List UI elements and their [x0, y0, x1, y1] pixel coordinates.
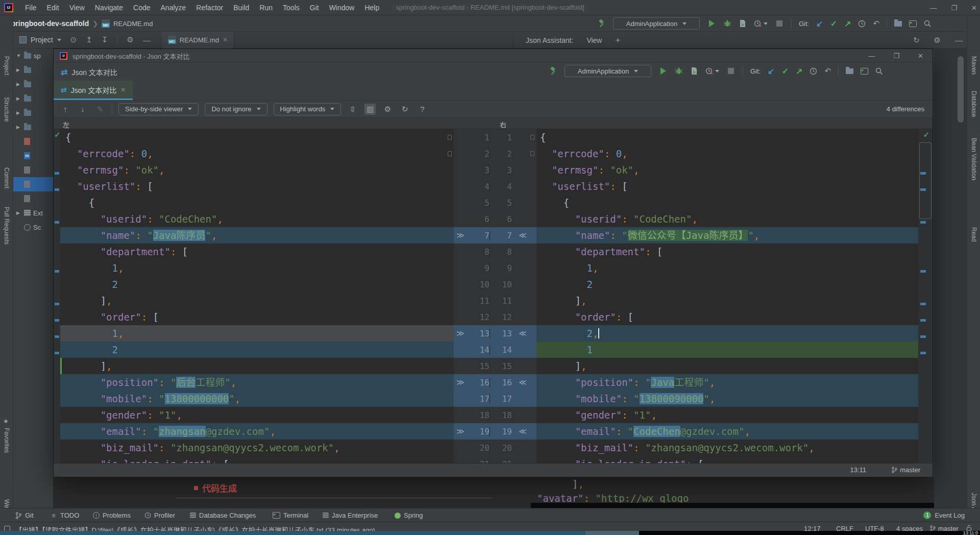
tree-row[interactable]	[13, 163, 53, 177]
run-button[interactable]	[707, 19, 716, 28]
history-button[interactable]	[810, 67, 817, 75]
taskbar-app-block[interactable]	[585, 531, 639, 535]
tree-row[interactable]: ▶	[13, 63, 53, 77]
toolwindow-button-java-enterprise[interactable]: Java Enterprise	[323, 508, 378, 522]
event-log-button[interactable]: 1 Event Log	[923, 508, 965, 522]
diff-map-mark[interactable]	[920, 319, 926, 322]
diff-map-mark[interactable]	[920, 221, 926, 224]
apply-left-icon[interactable]: ≪	[514, 231, 531, 240]
project-structure-icon[interactable]	[846, 68, 853, 74]
toolwindow-button-terminal[interactable]: Terminal	[273, 508, 308, 522]
git-commit-button[interactable]: ✓	[830, 19, 837, 29]
menu-build[interactable]: Build	[229, 2, 254, 13]
run-with-coverage-button[interactable]	[690, 67, 698, 75]
hide-icon[interactable]: —	[955, 36, 963, 44]
menu-edit[interactable]: Edit	[42, 2, 64, 13]
diff-map-mark[interactable]	[55, 319, 59, 322]
scrollbar-thumb[interactable]	[919, 142, 932, 219]
search-everywhere-icon[interactable]	[875, 67, 883, 75]
stripe-database[interactable]: Database	[970, 91, 977, 117]
run-with-coverage-button[interactable]	[739, 19, 747, 28]
menu-run[interactable]: Run	[255, 2, 277, 13]
window-close-button[interactable]: ✕	[971, 4, 977, 12]
apply-left-icon[interactable]: ≪	[514, 329, 531, 338]
dialog-close-button[interactable]: ✕	[918, 52, 923, 60]
fold-marker-icon[interactable]	[448, 135, 452, 140]
build-hammer-icon[interactable]	[549, 67, 557, 76]
diff-map-mark[interactable]	[55, 303, 59, 305]
chevron-right-icon[interactable]: ▶	[16, 96, 21, 101]
apply-right-icon[interactable]: ≫	[454, 329, 467, 338]
json-assistant-add-button[interactable]: +	[615, 35, 620, 45]
stripe-commit[interactable]: Commit	[3, 167, 10, 188]
toolwindow-button-todo[interactable]: ≡TODO	[50, 508, 79, 522]
git-update-button[interactable]: ↙	[768, 66, 774, 76]
tab-close-icon[interactable]: ✕	[223, 36, 228, 43]
tree-row[interactable]: ▶Ext	[13, 206, 53, 220]
chevron-right-icon[interactable]: ▶	[16, 210, 21, 215]
locate-file-icon[interactable]: ⊙	[70, 35, 77, 44]
stop-button[interactable]	[775, 19, 784, 28]
diff-map-mark[interactable]	[920, 172, 926, 175]
fold-marker-icon[interactable]	[530, 151, 534, 156]
run-configuration-select[interactable]: AdminApplication	[565, 65, 651, 77]
menu-navigate[interactable]: Navigate	[90, 2, 128, 13]
right-error-stripe[interactable]	[918, 129, 933, 464]
caret-position[interactable]: 13:11	[850, 466, 866, 474]
edit-icon[interactable]: ✎	[94, 105, 106, 114]
rollback-button[interactable]: ↶	[824, 66, 831, 76]
stripe-project[interactable]: Project	[3, 56, 10, 75]
window-minimize-button[interactable]: —	[930, 4, 937, 12]
search-everywhere-icon[interactable]	[924, 20, 932, 28]
chevron-right-icon[interactable]: ▶	[16, 110, 21, 115]
dialog-minimize-button[interactable]: —	[868, 52, 875, 60]
tree-row[interactable]: ▶	[13, 91, 53, 106]
toolwindow-button-problems[interactable]: !Problems	[93, 508, 131, 522]
profiler-button[interactable]	[754, 19, 768, 28]
menu-refactor[interactable]: Refactor	[191, 2, 228, 13]
diff-map-mark[interactable]	[920, 335, 926, 338]
tree-row[interactable]: ▼sp	[13, 48, 53, 63]
debug-button[interactable]	[723, 19, 731, 28]
tree-row[interactable]: Sc	[13, 220, 53, 234]
diff-map-mark[interactable]	[55, 172, 59, 175]
json-assistant-view-menu[interactable]: View	[586, 36, 602, 44]
diff-right-editor[interactable]: { "errcode": 0, "errmsg": "ok", "userlis…	[536, 129, 918, 464]
run-configuration-select[interactable]: AdminApplication	[613, 17, 700, 30]
menu-file[interactable]: File	[20, 2, 41, 13]
diff-map-mark[interactable]	[55, 352, 59, 354]
editor-tab-readme[interactable]: MD README.md ✕	[162, 32, 234, 48]
highlight-policy-dropdown[interactable]: Highlight words	[274, 103, 341, 115]
collapse-unchanged-icon[interactable]: ⇳	[347, 105, 358, 114]
tree-row[interactable]	[13, 177, 53, 191]
terminal-window-icon[interactable]	[909, 20, 917, 27]
project-structure-icon[interactable]	[894, 21, 902, 27]
diff-map-mark[interactable]	[55, 221, 59, 224]
menu-code[interactable]: Code	[129, 2, 155, 13]
expand-all-icon[interactable]: ↥	[86, 35, 92, 44]
chevron-right-icon[interactable]: ▶	[16, 67, 21, 72]
build-hammer-icon[interactable]	[597, 19, 606, 28]
git-update-button[interactable]: ↙	[816, 19, 823, 29]
chevron-down-icon[interactable]: ▼	[16, 53, 21, 58]
profiler-button[interactable]	[705, 67, 719, 75]
apply-right-icon[interactable]: ≫	[454, 231, 467, 240]
rollback-button[interactable]: ↶	[873, 19, 879, 28]
diff-map-mark[interactable]	[920, 352, 926, 354]
menu-help[interactable]: Help	[360, 2, 384, 13]
stripe-pull-requests[interactable]: Pull Requests	[3, 207, 10, 245]
menu-view[interactable]: View	[65, 2, 89, 13]
stripe-favorites[interactable]: Favorites	[3, 428, 10, 453]
dialog-maximize-button[interactable]: ❐	[893, 52, 899, 60]
debug-button[interactable]	[675, 67, 683, 75]
collapse-all-icon[interactable]: ↧	[102, 35, 108, 44]
stripe-maven[interactable]: Maven	[970, 56, 977, 75]
apply-right-icon[interactable]: ≫	[454, 427, 467, 436]
stripe-bean-validation[interactable]: Bean Validation	[970, 138, 977, 180]
toolwindow-button-git[interactable]: Git	[15, 508, 34, 522]
tree-row[interactable]	[13, 134, 53, 149]
tree-row[interactable]	[13, 191, 53, 206]
stop-button[interactable]	[726, 66, 736, 76]
breadcrumb-file[interactable]: README.md	[113, 20, 153, 28]
diff-map-mark[interactable]	[55, 270, 59, 273]
